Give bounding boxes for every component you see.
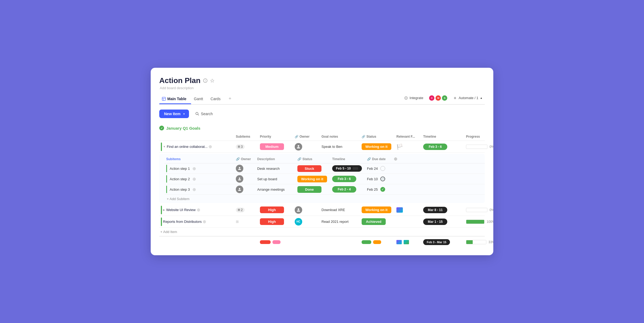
row3-status-badge[interactable]: Achieved — [362, 218, 386, 225]
row1-status-cell[interactable]: Working on it — [360, 142, 395, 151]
row3-status-cell[interactable]: Achieved — [360, 217, 395, 226]
sub1-name[interactable]: Action step 1 — [170, 167, 190, 171]
row2-status-cell[interactable]: Working on it — [360, 205, 395, 215]
star-button[interactable] — [210, 78, 214, 83]
subitem-col-add[interactable]: ⊕ — [392, 155, 406, 163]
sub1-status-badge[interactable]: Stuck — [297, 165, 321, 172]
sub3-color-bar — [166, 186, 167, 193]
subitems-section: Subitems 🔗 Owner Description 🔗 Status Ti… — [159, 154, 485, 203]
row1-subitems-cell[interactable]: ⊞ 3 — [234, 143, 258, 151]
sub2-status-cell[interactable]: Working on it — [296, 174, 331, 184]
row3-progress-cell: 100% — [464, 218, 493, 225]
info-button[interactable]: i — [203, 78, 207, 83]
row1-relevant-icon: 🏳️ — [396, 144, 403, 150]
row1-owner-cell[interactable] — [293, 142, 320, 152]
row2-name-cell: ▶ Website UI Review ⊕ — [159, 204, 234, 216]
row2-expand-arrow[interactable]: ▶ — [163, 208, 165, 211]
automate-button[interactable]: Automate / 1 ▲ — [451, 95, 485, 101]
row2-owner-cell[interactable] — [293, 205, 320, 215]
add-subitem-label[interactable]: + Add Subitem — [167, 197, 190, 201]
tab-gantt[interactable]: Gantt — [191, 95, 208, 104]
integrate-button[interactable]: Integrate — [402, 95, 425, 101]
row2-priority-cell[interactable]: High — [258, 205, 293, 215]
sub2-avatar — [236, 175, 243, 183]
tab-main-table[interactable]: Main Table — [159, 95, 191, 104]
sub3-timeline-cell[interactable]: Feb 2 - 4 — [331, 185, 365, 194]
sub1-timeline-cell[interactable]: Feb 5 - 10 — [331, 164, 365, 173]
row3-subitems-cell[interactable]: ⊞ — [234, 218, 258, 225]
row1-expand-arrow[interactable]: ▼ — [163, 145, 166, 148]
row3-subitems-icon[interactable]: ⊞ — [236, 220, 239, 224]
board-description[interactable]: Add board description — [160, 86, 485, 90]
row3-owner-cell[interactable]: HC — [293, 217, 320, 227]
row3-goal-notes-cell: Read 2021 report — [320, 218, 360, 225]
sub2-description: Set up board — [257, 177, 277, 181]
footer-goal-notes-cell — [320, 241, 360, 243]
row1-subitems-count[interactable]: ⊞ 3 — [236, 144, 245, 149]
sub2-timeline-cell[interactable]: Feb 3 - 6 — [331, 174, 365, 183]
sub3-owner-cell[interactable] — [234, 184, 256, 194]
sub3-status-cell[interactable]: Done — [296, 185, 331, 194]
sub1-due-circle[interactable] — [380, 166, 385, 171]
row1-priority-badge[interactable]: Medium — [260, 143, 284, 150]
row3-item-name[interactable]: Reports from Distributors — [163, 220, 202, 224]
subitem-row: Action step 3 ⊕ Arrange meetings Done Fe… — [165, 184, 485, 195]
sub1-status-cell[interactable]: Stuck — [296, 164, 331, 173]
row2-subitems-cell[interactable]: ⊞ 2 — [234, 206, 258, 214]
sub3-avatar — [236, 186, 243, 193]
row3-priority-badge[interactable]: High — [260, 218, 284, 225]
col-header-progress: Progress — [464, 134, 493, 140]
tab-cards[interactable]: Cards — [208, 95, 225, 104]
row3-add-icon[interactable]: ⊕ — [203, 219, 206, 224]
page-title: Action Plan — [159, 76, 200, 85]
row2-item-name[interactable]: Website UI Review — [166, 208, 196, 212]
sub3-status-badge[interactable]: Done — [297, 186, 321, 193]
sub2-name[interactable]: Action step 2 — [170, 177, 190, 181]
footer-relevant-icon1 — [396, 240, 402, 244]
row1-status-badge[interactable]: Working on it — [362, 143, 391, 150]
tab-add-button[interactable]: + — [225, 94, 235, 104]
sub2-status-badge[interactable]: Working on it — [297, 176, 327, 182]
sub1-timeline-pill[interactable]: Feb 5 - 10 — [332, 165, 362, 172]
row2-priority-badge[interactable]: High — [260, 206, 284, 213]
search-button[interactable]: Search — [192, 110, 216, 118]
row1-priority-cell[interactable]: Medium — [258, 142, 293, 151]
row1-progress-pct: 0% — [490, 145, 493, 149]
sub2-add-icon[interactable]: ⊕ — [192, 176, 196, 182]
sub3-name[interactable]: Action step 3 — [170, 187, 190, 191]
row3-timeline-cell[interactable]: Mar 1 - 15 — [422, 217, 464, 226]
sub3-description-cell: Arrange meetings — [256, 186, 296, 193]
automate-label: Automate / 1 — [459, 96, 478, 100]
row2-status-badge[interactable]: Working on it — [362, 206, 391, 213]
tab-bar: Main Table Gantt Cards + Integrate C M S — [159, 94, 485, 105]
row2-add-icon[interactable]: ⊕ — [197, 207, 200, 212]
sub1-owner-cell[interactable] — [234, 163, 256, 174]
row3-relevant-cell — [395, 220, 422, 223]
add-item-row[interactable]: + Add Item — [159, 228, 485, 236]
table-row: ▼ Find an online collaborat... ⊕ ⊞ 3 Med… — [159, 141, 485, 153]
col-header-subitems: Subitems — [234, 134, 258, 140]
row1-add-icon[interactable]: ⊕ — [209, 144, 212, 149]
sub3-add-icon[interactable]: ⊕ — [192, 187, 196, 192]
row1-timeline-pill[interactable]: Feb 3 - 6 — [423, 144, 447, 150]
subitem-row: Action step 2 ⊕ Set up board Working on … — [165, 174, 485, 184]
row2-timeline-cell[interactable]: Mar 8 - 11 — [422, 205, 464, 215]
sub3-timeline-pill[interactable]: Feb 2 - 4 — [332, 186, 356, 193]
row1-timeline-cell[interactable]: Feb 3 - 6 — [422, 142, 464, 151]
row2-subitems-count[interactable]: ⊞ 2 — [236, 208, 245, 212]
row3-timeline-pill[interactable]: Mar 1 - 15 — [423, 219, 447, 225]
svg-line-8 — [198, 114, 199, 115]
sub2-owner-cell[interactable] — [234, 174, 256, 184]
sub2-timeline-pill[interactable]: Feb 3 - 6 — [332, 176, 356, 182]
add-subitem-row[interactable]: + Add Subitem — [165, 195, 485, 203]
footer-status-orange — [373, 240, 381, 244]
row2-relevant-icon — [396, 207, 403, 213]
row1-name-cell: ▼ Find an online collaborat... ⊕ — [159, 141, 234, 152]
add-item-label[interactable]: + Add Item — [160, 230, 177, 234]
row3-priority-cell[interactable]: High — [258, 217, 293, 226]
new-item-button[interactable]: New Item ▼ — [159, 110, 189, 118]
sub1-add-icon[interactable]: ⊕ — [192, 166, 196, 171]
row2-timeline-pill[interactable]: Mar 8 - 11 — [423, 207, 447, 213]
row1-item-name[interactable]: Find an online collaborat... — [167, 145, 207, 149]
svg-point-13 — [298, 208, 299, 210]
